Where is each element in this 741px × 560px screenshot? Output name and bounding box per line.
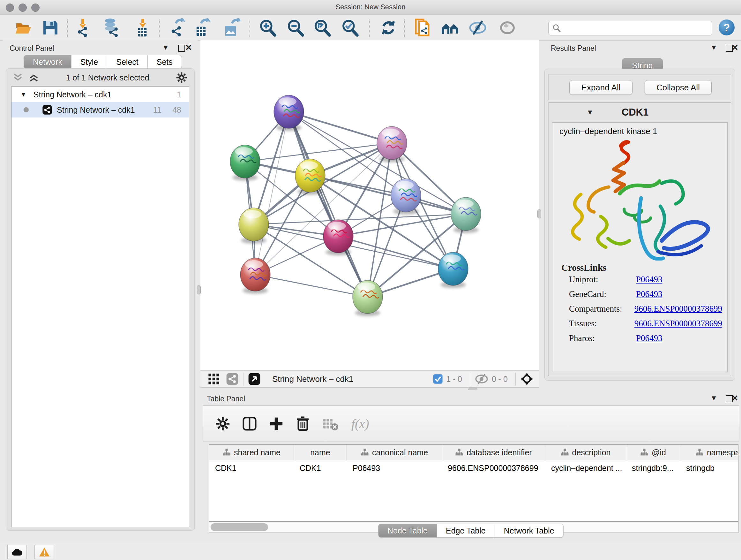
network-edge[interactable] — [367, 143, 392, 297]
table-cell[interactable]: cyclin–dependent ... — [545, 460, 626, 476]
export-image-button[interactable] — [221, 17, 242, 38]
delete-column-trash-icon[interactable] — [296, 416, 310, 431]
add-column-plus-icon[interactable] — [269, 416, 284, 431]
show-columns-icon[interactable] — [242, 416, 257, 431]
table-panel-close-button[interactable]: ✕ — [731, 393, 738, 403]
network-node-CCNB2[interactable] — [274, 95, 304, 131]
tab-edge-table[interactable]: Edge Table — [436, 523, 495, 538]
column-header-database-identifier[interactable]: database identifier — [442, 445, 545, 460]
table-cell[interactable]: stringdb — [680, 460, 738, 476]
column-header-shared-name[interactable]: shared name — [209, 445, 294, 460]
import-network-file-button[interactable] — [72, 17, 93, 38]
column-header-description[interactable]: description — [545, 445, 626, 460]
table-cell[interactable]: P06493 — [347, 460, 442, 476]
expand-all-networks-icon[interactable] — [28, 73, 39, 82]
result-section-header[interactable]: ▼ CDK1 — [549, 103, 731, 122]
birdseye-grid-icon[interactable] — [207, 373, 220, 385]
network-overview-icon[interactable] — [226, 373, 239, 385]
column-header-name[interactable]: name — [294, 445, 347, 460]
table-cell[interactable]: 9606.ENSP00000378699 — [442, 460, 545, 476]
network-node-CDC25B[interactable] — [230, 145, 260, 181]
export-table-button[interactable] — [192, 17, 212, 38]
tab-node-table[interactable]: Node Table — [378, 523, 437, 538]
hide-details-button[interactable] — [468, 17, 488, 38]
new-network-from-selection-button[interactable] — [412, 17, 432, 38]
show-details-button[interactable] — [497, 17, 518, 38]
column-type-icon — [222, 448, 231, 456]
import-network-database-button[interactable] — [101, 17, 121, 38]
apply-layout-button[interactable] — [378, 17, 399, 38]
help-button[interactable]: ? — [719, 19, 735, 36]
zoom-in-button[interactable] — [258, 17, 278, 38]
table-cell[interactable]: CDK1 — [209, 460, 294, 476]
function-builder-icon[interactable]: f(x) — [351, 416, 369, 431]
zoom-out-button[interactable] — [285, 17, 306, 38]
tab-style[interactable]: Style — [71, 55, 108, 69]
network-node-CCNA2[interactable] — [323, 220, 353, 255]
table-cell[interactable]: stringdb:9... — [626, 460, 680, 476]
zoom-fit-button[interactable] — [312, 17, 333, 38]
column-header-namespace[interactable]: namespace — [680, 445, 738, 460]
network-options-gear-icon[interactable] — [176, 72, 187, 83]
crosslink-link[interactable]: P06493 — [636, 289, 663, 304]
control-panel-maximize-button[interactable] — [178, 45, 185, 52]
warnings-button[interactable] — [35, 545, 54, 559]
tab-select[interactable]: Select — [107, 55, 147, 69]
scrollbar-thumb[interactable] — [211, 523, 268, 531]
network-view-canvas[interactable]: CCNB2CCNA1CDC25BCDK1CDC6RB1CCNB1CCNA2CDK… — [200, 40, 539, 370]
results-panel-close-button[interactable]: ✕ — [731, 43, 738, 53]
tab-sets[interactable]: Sets — [147, 55, 182, 69]
table-row[interactable]: CDK1CDK1P064939606.ENSP00000378699cyclin… — [209, 460, 738, 476]
network-node-CDC6[interactable] — [391, 179, 421, 214]
hidden-eye-slash-icon[interactable] — [475, 374, 488, 384]
network-edge[interactable] — [310, 176, 466, 214]
zoom-selected-button[interactable] — [340, 17, 360, 38]
search-input[interactable] — [561, 23, 696, 33]
open-session-button[interactable] — [13, 17, 33, 38]
section-expander-icon[interactable]: ▼ — [587, 108, 594, 117]
collapse-all-networks-icon[interactable] — [12, 73, 23, 82]
table-settings-gear-icon[interactable] — [215, 416, 230, 431]
show-home-button[interactable] — [440, 17, 460, 38]
network-node-CCNE1[interactable] — [353, 280, 383, 316]
network-collection-row[interactable]: ▼ String Network – cdk1 1 — [11, 87, 189, 102]
network-node-CCNA1[interactable] — [377, 126, 407, 162]
table-panel-float-button[interactable]: ▼ — [711, 394, 718, 402]
network-edge[interactable] — [255, 143, 392, 274]
column-header-canonical-name[interactable]: canonical name — [347, 445, 442, 460]
detach-view-icon[interactable] — [248, 373, 261, 385]
network-node-HIST1H1A[interactable] — [240, 258, 270, 294]
search-field[interactable] — [548, 21, 712, 36]
crosslink-link[interactable]: P06493 — [636, 333, 663, 348]
export-network-button[interactable] — [167, 17, 188, 38]
crosslink-link[interactable]: P06493 — [636, 274, 663, 289]
network-row-selected[interactable]: String Network – cdk1 11 48 — [11, 102, 189, 118]
selected-checkbox-icon[interactable] — [433, 374, 443, 384]
network-node-RB1[interactable] — [451, 197, 481, 233]
control-panel-close-button[interactable]: ✕ — [185, 43, 192, 53]
cloud-button[interactable] — [7, 545, 27, 559]
crosslink-link[interactable]: 9606.ENSP00000378699 — [634, 304, 722, 319]
column-header-@id[interactable]: @id — [626, 445, 680, 460]
delete-table-icon[interactable] — [322, 417, 339, 431]
tab-network[interactable]: Network — [23, 55, 71, 69]
network-node-CDK1[interactable] — [295, 159, 325, 195]
save-session-button[interactable] — [40, 17, 60, 38]
expand-all-button[interactable]: Expand All — [569, 80, 632, 95]
collapse-all-button[interactable]: Collapse All — [645, 80, 712, 95]
results-panel-float-button[interactable]: ▼ — [711, 44, 718, 52]
control-panel-float-button[interactable]: ▼ — [162, 44, 169, 52]
network-edge-count: 48 — [172, 105, 181, 115]
table-cell[interactable]: CDK1 — [294, 460, 347, 476]
import-table-file-button[interactable] — [132, 17, 153, 38]
tab-network-table[interactable]: Network Table — [495, 523, 563, 538]
collection-expander-icon[interactable]: ▼ — [20, 91, 26, 98]
right-splitter-handle[interactable] — [537, 209, 541, 219]
network-edge[interactable] — [289, 112, 392, 143]
network-node-CDKN1A[interactable] — [438, 252, 468, 288]
crosslink-link[interactable]: 9606.ENSP00000378699 — [634, 319, 722, 333]
control-panel-tabs: NetworkStyleSelectSets — [23, 55, 182, 69]
network-node-CCNB1[interactable] — [239, 208, 269, 244]
fit-selection-crosshair-icon[interactable] — [520, 372, 534, 386]
left-splitter-handle[interactable] — [197, 286, 201, 294]
